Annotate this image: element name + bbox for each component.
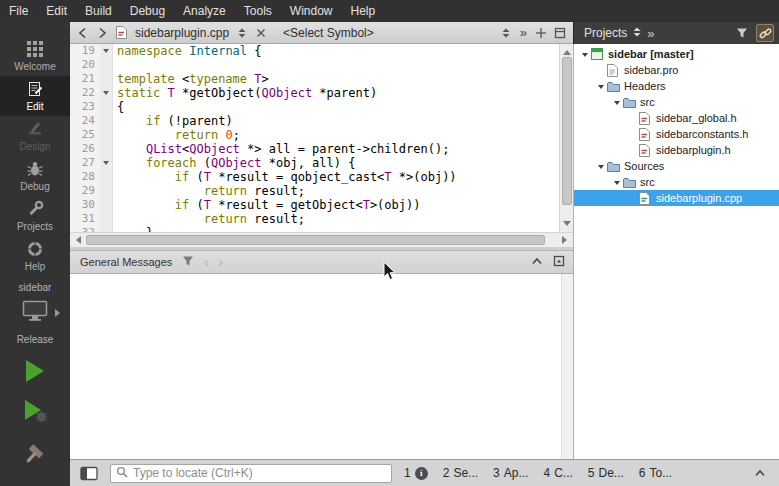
mode-projects[interactable]: Projects: [0, 196, 70, 236]
kit-project-name: sidebar: [0, 282, 70, 293]
tree-item-sidebar-global-h[interactable]: sidebar_global.h: [574, 110, 779, 126]
output-pane-button-6[interactable]: 6To...: [639, 466, 672, 480]
output-pane-button-5[interactable]: 5De...: [588, 466, 624, 480]
folder-icon: [607, 81, 622, 92]
navigation-dropdown-icon[interactable]: [632, 26, 642, 41]
scroll-right-icon[interactable]: [562, 236, 571, 244]
code-line[interactable]: namespace Internal {: [117, 44, 559, 58]
nav-back-icon[interactable]: [75, 24, 91, 42]
code-editor[interactable]: 1920212223242526272829303132 namespace I…: [70, 44, 559, 232]
code-line[interactable]: QList<QObject *> all = parent->children(…: [117, 142, 559, 156]
output-pane-button-4[interactable]: 4C...: [543, 466, 572, 480]
editor-horizontal-scrollbar[interactable]: [70, 232, 573, 247]
maximize-pane-icon[interactable]: [553, 255, 565, 269]
output-filter-icon[interactable]: [182, 255, 194, 269]
menu-window[interactable]: Window: [281, 0, 342, 22]
menu-tools[interactable]: Tools: [235, 0, 281, 22]
output-pane-button-3[interactable]: 3Ap...: [493, 466, 528, 480]
code-line[interactable]: foreach (QObject *obj, all) {: [117, 156, 559, 170]
tree-item-sidebarplugin-h[interactable]: sidebarplugin.h: [574, 142, 779, 158]
locator-input[interactable]: [133, 466, 386, 480]
vertical-scroll-thumb[interactable]: [562, 57, 572, 205]
mode-debug[interactable]: Debug: [0, 156, 70, 196]
document-dropdown-icon[interactable]: [234, 24, 250, 42]
kit-selector-button[interactable]: [0, 296, 70, 330]
close-document-icon[interactable]: [253, 24, 269, 42]
navigation-pane-title[interactable]: Projects: [584, 26, 627, 40]
tree-item-sidebar-pro[interactable]: sidebar.pro: [574, 62, 779, 78]
menu-analyze[interactable]: Analyze: [174, 0, 235, 22]
build-hammer-icon: [23, 442, 47, 472]
fold-marker-icon[interactable]: [100, 156, 112, 170]
fold-spacer: [100, 72, 112, 86]
run-button[interactable]: [0, 358, 70, 388]
menu-debug[interactable]: Debug: [121, 0, 174, 22]
expand-arrow-icon[interactable]: [594, 163, 607, 170]
output-pane-button-2[interactable]: 2Se...: [443, 466, 478, 480]
editor-vertical-scrollbar[interactable]: [559, 44, 573, 232]
mode-help[interactable]: Help: [0, 236, 70, 276]
collapse-pane-icon[interactable]: [531, 256, 543, 268]
scroll-down-icon[interactable]: [563, 221, 571, 230]
menu-file[interactable]: File: [0, 0, 37, 22]
tree-item-sidebar-master[interactable]: sidebar [master]: [574, 46, 779, 62]
fold-spacer: [100, 184, 112, 198]
split-editor-icon[interactable]: [533, 24, 549, 42]
output-pane-button-1[interactable]: 1i: [404, 466, 428, 480]
navigation-overflow-icon[interactable]: »: [647, 26, 654, 41]
tree-item-sources[interactable]: Sources: [574, 158, 779, 174]
toolbar-overflow-icon[interactable]: »: [517, 25, 530, 40]
output-panes-menu-icon[interactable]: [750, 464, 770, 482]
tree-item-src[interactable]: src: [574, 94, 779, 110]
horizontal-scroll-thumb[interactable]: [86, 235, 545, 245]
code-line[interactable]: return result;: [117, 184, 559, 198]
expand-arrow-icon[interactable]: [610, 179, 623, 186]
projects-wrench-icon: [27, 200, 44, 219]
expand-arrow-icon[interactable]: [610, 99, 623, 106]
symbol-selector[interactable]: <Select Symbol>: [283, 26, 374, 40]
editor-window-icon[interactable]: [552, 24, 568, 42]
open-document-name[interactable]: sidebarplugin.cpp: [135, 26, 229, 40]
filter-tree-icon[interactable]: [733, 24, 751, 42]
menu-build[interactable]: Build: [76, 0, 121, 22]
tree-item-headers[interactable]: Headers: [574, 78, 779, 94]
output-pane-title: General Messages: [80, 256, 172, 268]
locator-field[interactable]: [110, 464, 392, 483]
mode-welcome[interactable]: Welcome: [0, 36, 70, 76]
tree-item-src[interactable]: src: [574, 174, 779, 190]
menu-help[interactable]: Help: [342, 0, 385, 22]
expand-arrow-icon[interactable]: [578, 51, 591, 58]
expand-arrow-icon[interactable]: [594, 83, 607, 90]
code-line[interactable]: return 0;: [117, 128, 559, 142]
fold-marker-icon[interactable]: [100, 86, 112, 100]
symbol-dropdown-icon[interactable]: [498, 24, 514, 42]
scroll-up-icon[interactable]: [563, 46, 571, 55]
sync-with-editor-icon[interactable]: [756, 24, 774, 42]
toggle-sidebar-icon[interactable]: [77, 464, 101, 482]
menu-edit[interactable]: Edit: [37, 0, 76, 22]
code-line[interactable]: if (!parent): [117, 114, 559, 128]
code-line[interactable]: static T *getObject(QObject *parent): [117, 86, 559, 100]
nav-forward-icon[interactable]: [94, 24, 110, 42]
code-line[interactable]: {: [117, 100, 559, 114]
output-scrollbar[interactable]: [561, 274, 573, 459]
tree-item-sidebarplugin-cpp[interactable]: sidebarplugin.cpp: [574, 190, 779, 206]
mode-edit[interactable]: Edit: [0, 76, 70, 116]
debug-play-bug-icon: [22, 398, 48, 428]
output-prev-icon[interactable]: ‹: [204, 255, 208, 270]
code-line[interactable]: [117, 58, 559, 72]
output-next-icon[interactable]: ›: [219, 255, 223, 270]
tree-item-sidebarconstants-h[interactable]: sidebarconstants.h: [574, 126, 779, 142]
code-line[interactable]: if (T *result = qobject_cast<T *>(obj)): [117, 170, 559, 184]
code-line[interactable]: template <typename T>: [117, 72, 559, 86]
welcome-grid-icon: [27, 41, 43, 59]
fold-marker-icon[interactable]: [100, 44, 112, 58]
debug-run-button[interactable]: [0, 398, 70, 428]
issues-icon: i: [415, 467, 428, 480]
build-button[interactable]: [0, 442, 70, 472]
code-line[interactable]: return result;: [117, 212, 559, 226]
output-pane-content[interactable]: [70, 274, 573, 459]
code-line[interactable]: if (T *result = getObject<T>(obj)): [117, 198, 559, 212]
scroll-left-icon[interactable]: [72, 236, 81, 244]
line-number: 30: [70, 198, 95, 212]
